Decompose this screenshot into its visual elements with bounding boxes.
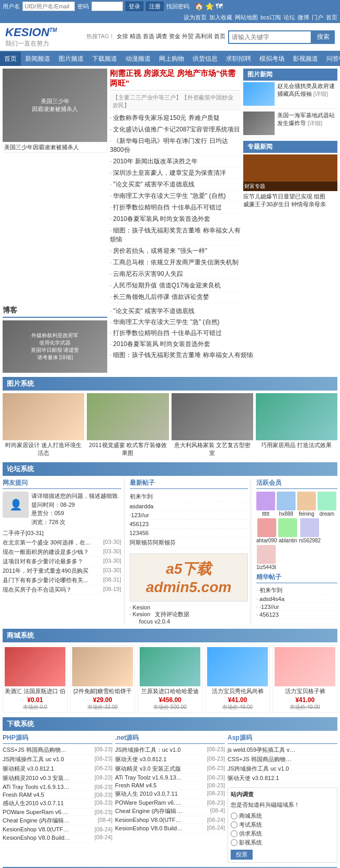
download-link[interactable]: Cheat Engine (内存编辑修改工具): [115, 807, 183, 815]
news-link[interactable]: 细图：孩子钱无福彩奖竞古董堆 称幸福女人有烦恼: [110, 227, 241, 243]
password-input[interactable]: [92, 2, 123, 11]
download-link[interactable]: Fresh RAM v4.5: [115, 782, 156, 788]
news-link[interactable]: 工商总马根：依规立开发商严重失信测失机制: [113, 259, 239, 266]
forum-qa-link[interactable]: 现在买房子合不合适买吗？: [3, 586, 72, 594]
weibo-link[interactable]: 微博: [298, 14, 309, 21]
nav-supply[interactable]: 供货信息: [188, 52, 222, 66]
download-link[interactable]: JS跨域操作工具 uc v1.0: [3, 755, 64, 763]
download-link[interactable]: 驱动精灵2010 v0.3 安装正式版: [3, 774, 71, 782]
thread-link[interactable]: 123456: [130, 530, 149, 536]
hot-tag-4[interactable]: 调查: [156, 33, 167, 39]
survey-radio[interactable]: [231, 813, 237, 819]
forum-qa-link[interactable]: 现在一般面积房的建设是多少钱？: [3, 548, 89, 556]
elite-link[interactable]: adsd4s4a: [259, 596, 285, 602]
news-link[interactable]: 2010春夏军装风 时尚女装首选外套: [113, 215, 210, 222]
download-link[interactable]: CSS+JS 韩国商品购物车列表展示特效: [3, 746, 71, 754]
thread-link[interactable]: 456123: [130, 521, 149, 527]
blog-link[interactable]: "论文买卖" 戒害学不道德底线: [113, 307, 195, 315]
download-link[interactable]: KesionEshop V8.0 Build 0802免费: [3, 834, 71, 842]
search-input[interactable]: [228, 30, 312, 44]
nav-anime[interactable]: 动漫频道: [121, 52, 155, 66]
news-link[interactable]: 长三角领饱儿后停课 借款诉讼贪婪: [113, 293, 209, 301]
vote-button[interactable]: 投票: [231, 850, 253, 860]
survey-radio[interactable]: [231, 830, 237, 837]
elite-link[interactable]: 初来乍到: [259, 587, 282, 593]
hot-tag-7[interactable]: 高利润: [195, 33, 212, 39]
thread-link[interactable]: ·123//ur: [130, 512, 149, 518]
nav-qa[interactable]: 问答中心: [322, 52, 340, 66]
download-link[interactable]: js weld.059孕拓插工具 v0.1: [228, 746, 296, 754]
blog-link[interactable]: 华南理工大学在读大三学生 "急" (自然): [113, 318, 219, 326]
special-link-2[interactable]: 威廉王子30岁生日 钟情母亲母亲: [243, 201, 337, 208]
download-link[interactable]: KesionEshop V8.0(UTF-8) Build: [3, 826, 71, 832]
forum-link[interactable]: 论坛: [284, 14, 295, 21]
news-link[interactable]: "论文买卖" 戒害学不道德底线: [113, 181, 195, 188]
download-link[interactable]: 驱动天使 v3.0.812.1: [115, 755, 166, 763]
nav-jobs[interactable]: 求职招聘: [222, 52, 255, 66]
download-link[interactable]: JS跨域操作工具 uc v1.0: [228, 765, 289, 773]
hot-tag-8[interactable]: 首页: [214, 33, 225, 39]
nav-pic[interactable]: 图片频道: [54, 52, 88, 66]
news-link[interactable]: 华南理工大学在读大三学生 "急爱" (自然): [113, 192, 225, 199]
thread-link[interactable]: asdardda: [130, 503, 154, 509]
search-button[interactable]: 搜索: [312, 30, 335, 44]
forum-qa-link[interactable]: 这项目对有多少量讨论最多多？: [3, 558, 83, 565]
news-link[interactable]: 深圳涉土皇富豪人，建章宝是为保查清洋: [113, 169, 226, 176]
nav-movie[interactable]: 影视频道: [289, 52, 322, 66]
forum-qa-link[interactable]: 二手停子[03-31]: [3, 529, 43, 537]
hot-tag-6[interactable]: 外贸: [182, 33, 194, 39]
download-link[interactable]: Cheat Engine (内存编辑修改工具): [3, 817, 71, 825]
blog-link[interactable]: 2010春夏军装风 时尚女装首选外套: [113, 340, 210, 348]
main-headline-link[interactable]: 刚需正视 房源充足 房地产市场"供需两旺": [110, 69, 235, 87]
sitemap-link[interactable]: 网站地图: [235, 14, 258, 21]
blog-link[interactable]: 细图：孩子钱无福彩奖竞古董堆 称幸福女人有烦恼: [113, 351, 253, 359]
portal-link[interactable]: 门户: [312, 14, 323, 21]
add-fav-link[interactable]: 加入收藏: [209, 14, 232, 21]
slide-link[interactable]: 美国三少年因霸凌漱被捕杀人: [4, 144, 79, 150]
uid-input[interactable]: [22, 2, 75, 11]
news-link[interactable]: 业数称养母失家乐迎150元 养难户质疑: [113, 114, 219, 121]
news-link[interactable]: 《新华每日电讯》明年在谗门发行 日均达3800份: [110, 137, 228, 153]
news-link[interactable]: 2010年 新闻出版改革决胜之年: [113, 158, 198, 165]
download-link[interactable]: 感动人生2010 v3.0.7.11: [3, 799, 64, 807]
hot-tag-1[interactable]: 女排: [117, 33, 128, 39]
news-link[interactable]: 打折季数位精明自挡 十佳单品不可错过: [113, 204, 221, 211]
set-home-link[interactable]: 设为首页: [184, 14, 207, 21]
download-link[interactable]: JS跨域操作工具：uc v1.0: [115, 746, 180, 754]
news-link[interactable]: 云南尼石示灾害90人失踪: [113, 270, 183, 277]
survey-radio[interactable]: [231, 839, 237, 846]
news-link[interactable]: 人民币短期升值 借道Q17海金迎来良机: [113, 282, 221, 289]
nav-home[interactable]: 首页: [0, 52, 21, 66]
download-link[interactable]: POWare SuperRam v6.11.24.2008: [115, 799, 183, 806]
news-link[interactable]: 房价若抬头，或将迎来 "强头一样": [113, 247, 207, 254]
nav-exam[interactable]: 模拟考场: [255, 52, 289, 66]
forum-qa-link[interactable]: 2011年，对于童式量盒490员购买: [3, 567, 88, 575]
thread-link[interactable]: 阿斯顿芬阿斯顿芬: [130, 539, 176, 546]
survey-radio[interactable]: [231, 821, 237, 828]
download-link[interactable]: KesionEshop V8.0 Build 0805免费: [115, 825, 183, 832]
hot-tag-5[interactable]: 资金: [169, 33, 180, 39]
download-link[interactable]: KesionEshop V8.0(UTF-8) Build: [115, 817, 183, 823]
nav-shop[interactable]: 网上购物: [155, 52, 188, 66]
special-link-1[interactable]: 应节儿媳爆节日显望已实现 组图: [243, 193, 337, 201]
download-link[interactable]: 驱动精灵 v3.0.812.1: [3, 765, 54, 773]
download-link[interactable]: ATi Tray Toolz v1.6.9.1372 Bet: [115, 774, 183, 781]
forum-qa-link[interactable]: 县门下有有多少量讨论哪些有关...: [3, 576, 88, 584]
news-link[interactable]: 文化盛访认值推广卡记2087宝容管理系统项目: [113, 126, 240, 133]
download-link[interactable]: 驱动精灵 v3.0 安装正式版: [115, 765, 181, 773]
find-pwd-link[interactable]: 找回密码: [166, 3, 189, 10]
download-link[interactable]: ATi Tray Tools v1.6.9.1372 Bet: [3, 784, 71, 790]
bbs-link[interactable]: bcs订阅: [260, 14, 281, 21]
hot-tag-3[interactable]: 首选: [143, 33, 154, 39]
nav-news[interactable]: 新闻频道: [21, 52, 54, 66]
forum-qa-link[interactable]: 在北京第一个盛业 30何选择，在...: [3, 539, 90, 547]
right-news-link[interactable]: 美国一海军基地武器站发生爆炸导: [277, 112, 335, 126]
hot-tag-2[interactable]: 精选: [130, 33, 141, 39]
download-link[interactable]: 驱动人生 2010 v3.0,7.11: [115, 790, 178, 798]
home-link[interactable]: 首页: [326, 14, 337, 21]
download-link[interactable]: POWare SuperRam v6.11.24.2008: [3, 809, 71, 815]
blog-link[interactable]: 打折季数位精明自挡 十佳单品不可错过: [113, 329, 221, 337]
download-link[interactable]: CSS+JS 韩国商品购物车列表展示特: [228, 755, 296, 763]
elite-link[interactable]: ·123//ur: [259, 604, 279, 610]
nav-download[interactable]: 下载频道: [88, 52, 121, 66]
